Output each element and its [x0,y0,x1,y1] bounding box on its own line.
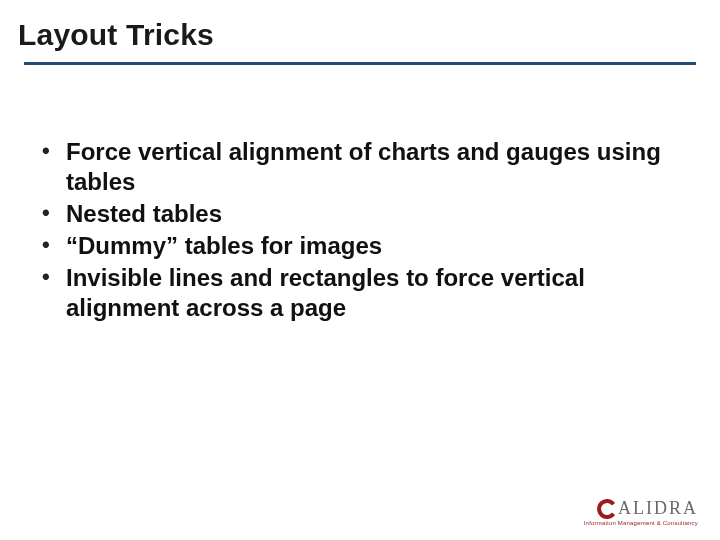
bullet-item: Nested tables [38,199,696,229]
slide-title: Layout Tricks [18,18,696,52]
footer-logo: ALIDRA Information Management & Consulta… [584,498,698,526]
logo-c-icon [597,499,617,519]
logo-text: ALIDRA [618,498,698,519]
logo-main: ALIDRA [584,498,698,519]
bullet-list: Force vertical alignment of charts and g… [38,137,696,323]
bullet-item: Invisible lines and rectangles to force … [38,263,696,323]
logo-tagline: Information Management & Consultancy [584,520,698,526]
slide-content: Force vertical alignment of charts and g… [24,137,696,323]
slide: Layout Tricks Force vertical alignment o… [0,0,720,540]
bullet-item: Force vertical alignment of charts and g… [38,137,696,197]
bullet-item: “Dummy” tables for images [38,231,696,261]
title-underline [24,62,696,65]
